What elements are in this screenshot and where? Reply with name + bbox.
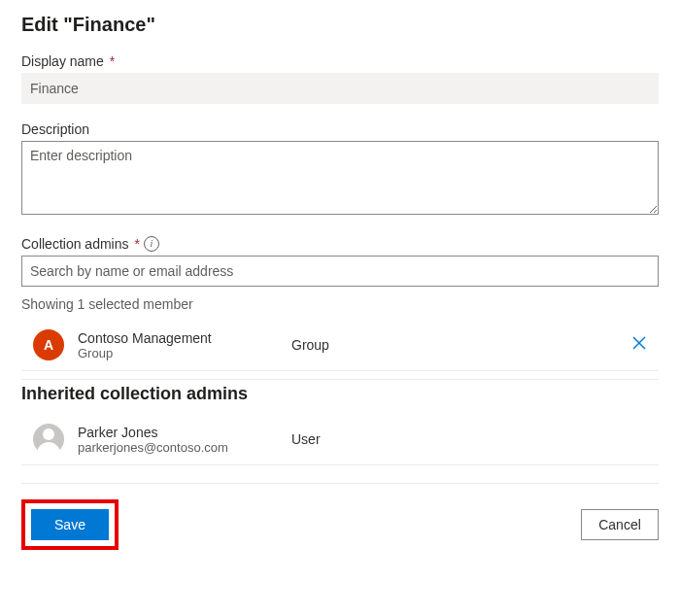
inherited-type: User [291,431,620,447]
remove-admin-button[interactable] [620,336,659,354]
cancel-button[interactable]: Cancel [581,509,659,540]
close-icon [632,336,646,350]
description-label: Description [21,121,659,137]
admins-hint: Showing 1 selected member [21,296,659,312]
admin-type: Group [291,337,620,353]
display-name-input[interactable] [21,73,659,104]
persona-icon [33,424,64,455]
inherited-subtitle: parkerjones@contoso.com [78,440,291,455]
collection-admins-required: * [135,236,140,252]
collection-admins-label: Collection admins* i [21,236,659,252]
inherited-name: Parker Jones [78,425,291,440]
divider [21,379,659,380]
save-highlight: Save [21,499,119,550]
admin-subtitle: Group [78,346,291,360]
description-textarea[interactable] [21,141,659,215]
inherited-title: Inherited collection admins [21,384,659,404]
display-name-label: Display name* [21,53,659,69]
page-title: Edit "Finance" [21,14,659,36]
avatar-icon: A [33,329,64,360]
save-button[interactable]: Save [31,509,109,540]
display-name-label-text: Display name [21,53,104,69]
inherited-row: Parker Jones parkerjones@contoso.com Use… [21,414,659,465]
collection-admins-label-text: Collection admins [21,236,129,252]
display-name-required: * [110,53,115,69]
footer: Save Cancel [21,483,659,550]
admins-search-input[interactable] [21,256,659,287]
admin-name: Contoso Management [78,330,291,346]
admin-row: A Contoso Management Group Group [21,320,659,371]
info-icon[interactable]: i [144,236,159,252]
